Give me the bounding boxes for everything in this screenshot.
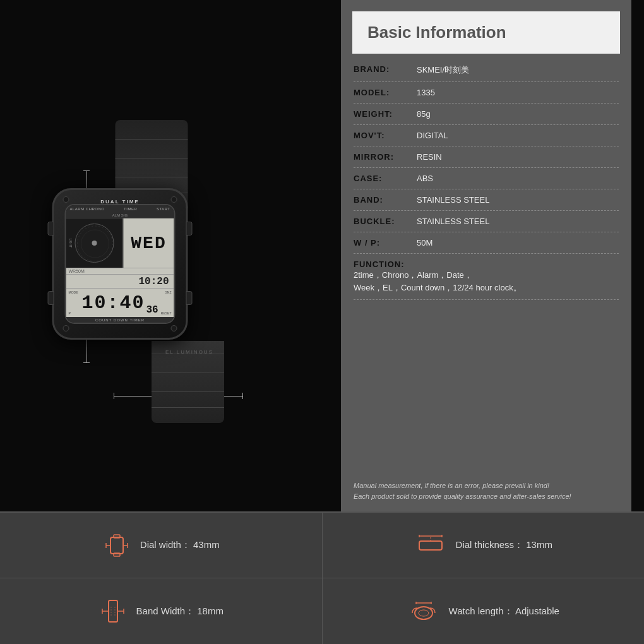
side-button-right-bottom bbox=[186, 291, 193, 305]
day-value: WED bbox=[131, 234, 166, 253]
info-row-weight: WEIGHT: 85g bbox=[354, 104, 619, 125]
dial-width-text: Dial width： 43mm bbox=[140, 539, 220, 551]
band-width-label: Band Width： bbox=[136, 605, 195, 616]
case-val: ABS bbox=[417, 174, 619, 183]
time-main-value: 10:40 bbox=[81, 292, 145, 314]
movt-val: DIGITAL bbox=[417, 131, 619, 140]
band-width-icon bbox=[98, 597, 128, 626]
watch-length-value: Adjustable bbox=[515, 605, 559, 616]
screw-br bbox=[171, 325, 177, 331]
model-key: MODEL: bbox=[354, 88, 417, 97]
side-button-left-top bbox=[48, 222, 54, 236]
note-text: Manual measurement, if there is an error… bbox=[354, 482, 571, 500]
info-rows: BRAND: SKMEI/时刻美 MODEL: 1335 WEIGHT: 85g… bbox=[341, 54, 631, 474]
count-down-label: COUNT DOWN TIMER bbox=[66, 317, 174, 323]
time-top-row: 10:20 bbox=[66, 274, 174, 288]
info-row-buckle: BUCKLE: STAINLESS STEEL bbox=[354, 211, 619, 232]
svg-rect-14 bbox=[109, 600, 117, 622]
watch-dial: ALARM CHRONO TIMER START ALM SIG bbox=[65, 204, 176, 324]
main-content-area: 45mm 43mm bbox=[0, 0, 644, 511]
dial-width-icon bbox=[102, 531, 131, 560]
specs-row-1: Dial width： 43mm bbox=[0, 511, 644, 578]
svg-rect-4 bbox=[114, 553, 120, 556]
snz-label: SNZ bbox=[165, 290, 172, 294]
function-val: 2time，Chrono，Alarm，Date，Week，EL，Count do… bbox=[354, 269, 619, 294]
dial-subheader: ALM SIG bbox=[66, 213, 174, 218]
specs-row-2: Band Width： 18mm bbox=[0, 578, 644, 644]
info-row-wp: W / P: 50M bbox=[354, 232, 619, 254]
dial-thickness-icon bbox=[414, 531, 447, 560]
side-button-right-top bbox=[186, 222, 193, 236]
screw-tr bbox=[171, 196, 177, 203]
brand-val: SKMEI/时刻美 bbox=[417, 64, 619, 76]
info-title-bar: Basic Information bbox=[352, 11, 620, 54]
band-width-text: Band Width： 18mm bbox=[136, 605, 224, 617]
buckle-val: STAINLESS STEEL bbox=[417, 217, 619, 226]
info-note: Manual measurement, if there is an error… bbox=[341, 474, 631, 511]
dial-thickness-text: Dial thickness： 13mm bbox=[456, 539, 552, 551]
info-panel: Basic Information BRAND: SKMEI/时刻美 MODEL… bbox=[341, 0, 631, 511]
info-title: Basic Information bbox=[367, 23, 605, 42]
compass-area: LIGHT bbox=[66, 218, 123, 268]
watch-length-text: Watch length： Adjustable bbox=[449, 605, 559, 617]
dial-width-value: 43mm bbox=[193, 539, 220, 550]
light-label: LIGHT bbox=[69, 239, 73, 248]
compass-center bbox=[92, 241, 97, 246]
wr-label: WR50M bbox=[66, 268, 174, 274]
brand-key: BRAND: bbox=[354, 64, 417, 74]
info-row-band: BAND: STAINLESS STEEL bbox=[354, 189, 619, 211]
day-display: WED bbox=[123, 218, 174, 268]
movt-key: MOV'T: bbox=[354, 131, 417, 140]
mirror-key: MIRROR: bbox=[354, 152, 417, 162]
watch-container: 45mm 43mm bbox=[63, 88, 278, 442]
alarm-chrono-label: ALARM CHRONO bbox=[70, 207, 105, 211]
spec-band-width: Band Width： 18mm bbox=[0, 578, 323, 644]
watch-case: DUAL TIME SKMEI ALARM CHRONO TIMER START bbox=[52, 188, 188, 340]
band-key: BAND: bbox=[354, 195, 417, 205]
specs-section: Dial width： 43mm bbox=[0, 511, 644, 644]
side-button-left-bottom bbox=[48, 291, 54, 305]
band-width-value: 18mm bbox=[197, 605, 224, 616]
dial-thickness-value: 13mm bbox=[526, 539, 552, 550]
spec-dial-width: Dial width： 43mm bbox=[0, 513, 323, 578]
reset-label: RESET bbox=[161, 311, 172, 315]
svg-rect-2 bbox=[110, 537, 123, 554]
timer-label: TIMER bbox=[124, 207, 137, 211]
seconds-value: 36 bbox=[146, 304, 158, 317]
wp-val: 50M bbox=[417, 238, 619, 247]
screw-bl bbox=[63, 325, 69, 331]
time-main-row: MODE P 10:40 36 SNZ RESET bbox=[66, 288, 174, 317]
mode-label: MODE bbox=[69, 290, 78, 294]
watch-length-label: Watch length： bbox=[449, 605, 513, 616]
function-key: FUNCTION: bbox=[354, 259, 619, 269]
time-top-value: 10:20 bbox=[138, 276, 169, 287]
wp-key: W / P: bbox=[354, 238, 417, 247]
watch-image-area: 45mm 43mm bbox=[0, 0, 341, 511]
info-row-model: MODEL: 1335 bbox=[354, 82, 619, 104]
model-val: 1335 bbox=[417, 88, 619, 97]
spec-watch-length: Watch length： Adjustable bbox=[323, 578, 645, 644]
svg-point-21 bbox=[415, 607, 432, 619]
info-row-case: CASE: ABS bbox=[354, 168, 619, 189]
info-row-function: FUNCTION: 2time，Chrono，Alarm，Date，Week，E… bbox=[354, 254, 619, 300]
dial-header: ALARM CHRONO TIMER START bbox=[66, 205, 174, 213]
svg-point-22 bbox=[419, 610, 429, 616]
alm-sig-label: ALM SIG bbox=[112, 213, 128, 217]
dial-width-label: Dial width： bbox=[140, 539, 191, 550]
weight-key: WEIGHT: bbox=[354, 109, 417, 119]
start-label: START bbox=[157, 207, 170, 211]
info-row-brand: BRAND: SKMEI/时刻美 bbox=[354, 59, 619, 82]
watch-visual: DUAL TIME SKMEI ALARM CHRONO TIMER START bbox=[101, 120, 278, 423]
case-key: CASE: bbox=[354, 174, 417, 183]
svg-rect-9 bbox=[419, 541, 442, 550]
screw-tl bbox=[63, 196, 69, 203]
watch-length-icon bbox=[407, 597, 440, 626]
mirror-val: RESIN bbox=[417, 152, 619, 162]
p-label: P bbox=[69, 311, 71, 315]
svg-rect-3 bbox=[114, 535, 120, 538]
buckle-key: BUCKLE: bbox=[354, 217, 417, 226]
dial-thickness-label: Dial thickness： bbox=[456, 539, 524, 550]
info-row-movt: MOV'T: DIGITAL bbox=[354, 125, 619, 146]
spec-dial-thickness: Dial thickness： 13mm bbox=[323, 513, 645, 578]
el-luminous-label: EL LUMINOUS bbox=[165, 349, 213, 355]
